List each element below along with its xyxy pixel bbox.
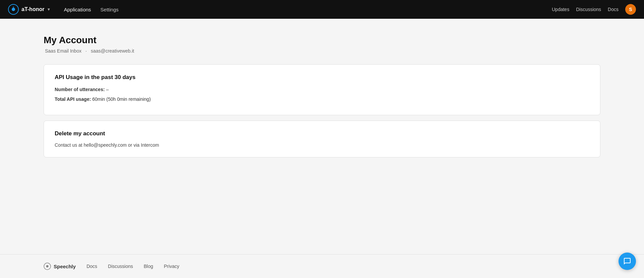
footer-brand-name: Speechly: [54, 264, 76, 269]
chat-icon: [623, 257, 631, 265]
subtitle-email: saas@creativeweb.it: [91, 48, 134, 54]
navbar: aT-honor ▾ Applications Settings Updates…: [0, 0, 644, 19]
delete-account-title: Delete my account: [55, 130, 589, 137]
subtitle-service: Saas Email Inbox: [45, 48, 82, 54]
api-usage-row: Total API usage: 60min (50h 0min remaini…: [55, 96, 589, 103]
nav-applications[interactable]: Applications: [60, 5, 94, 14]
footer-logo-icon: [44, 263, 51, 270]
delete-account-card: Delete my account Contact us at hello@sp…: [44, 121, 600, 157]
api-usage-label: Total API usage:: [55, 96, 91, 102]
nav-docs[interactable]: Docs: [608, 7, 619, 12]
footer-docs[interactable]: Docs: [87, 264, 97, 269]
brand[interactable]: aT-honor ▾: [8, 4, 50, 15]
navbar-right: Updates Discussions Docs S: [552, 4, 636, 15]
svg-point-3: [46, 265, 49, 268]
subtitle-separator: ·: [86, 48, 87, 54]
page-title: My Account: [44, 35, 600, 46]
main-content: My Account Saas Email Inbox · saas@creat…: [0, 19, 644, 254]
brand-name: aT-honor: [21, 6, 44, 12]
brand-logo-icon: [8, 4, 19, 15]
chat-button[interactable]: [619, 253, 636, 270]
api-usage-value: 60min (50h 0min remaining): [92, 96, 151, 102]
utterances-row: Number of utterances: –: [55, 86, 589, 93]
footer-blog[interactable]: Blog: [144, 264, 153, 269]
nav-settings[interactable]: Settings: [97, 5, 122, 14]
navbar-links: Applications Settings: [60, 5, 552, 14]
nav-discussions[interactable]: Discussions: [576, 7, 601, 12]
footer-privacy[interactable]: Privacy: [164, 264, 179, 269]
utterances-label: Number of utterances:: [55, 87, 105, 92]
footer-brand: Speechly: [44, 263, 76, 270]
api-usage-card: API Usage in the past 30 days Number of …: [44, 64, 600, 115]
footer-discussions[interactable]: Discussions: [108, 264, 133, 269]
page-subtitle: Saas Email Inbox · saas@creativeweb.it: [44, 48, 600, 54]
brand-dropdown-icon: ▾: [48, 7, 50, 12]
footer: Speechly Docs Discussions Blog Privacy: [0, 254, 644, 278]
delete-account-text: Contact us at hello@speechly.com or via …: [55, 142, 589, 148]
nav-updates[interactable]: Updates: [552, 7, 569, 12]
api-usage-title: API Usage in the past 30 days: [55, 74, 589, 81]
utterances-value: –: [106, 87, 109, 92]
user-avatar[interactable]: S: [625, 4, 636, 15]
